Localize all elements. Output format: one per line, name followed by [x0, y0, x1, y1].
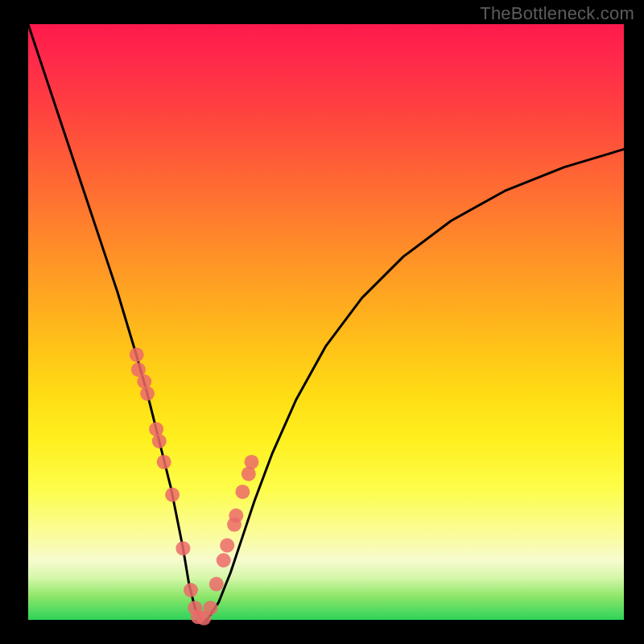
- svg-point-5: [152, 434, 167, 448]
- svg-point-3: [140, 386, 155, 401]
- svg-point-16: [220, 539, 234, 553]
- svg-point-9: [184, 583, 198, 597]
- svg-point-8: [175, 541, 190, 555]
- svg-point-7: [165, 488, 180, 502]
- chart-stage: TheBottleneck.com: [0, 0, 644, 644]
- chart-svg: [28, 24, 624, 620]
- attribution-label: TheBottleneck.com: [480, 3, 634, 24]
- svg-point-19: [235, 485, 250, 499]
- svg-point-6: [157, 455, 171, 469]
- plot-area: [28, 24, 624, 620]
- svg-point-14: [209, 577, 224, 592]
- highlight-dots: [130, 348, 259, 625]
- svg-point-18: [229, 509, 243, 523]
- bottleneck-curve: [28, 24, 624, 620]
- svg-point-13: [203, 601, 217, 615]
- svg-point-0: [130, 348, 144, 362]
- svg-point-21: [245, 455, 259, 469]
- svg-point-15: [217, 553, 231, 568]
